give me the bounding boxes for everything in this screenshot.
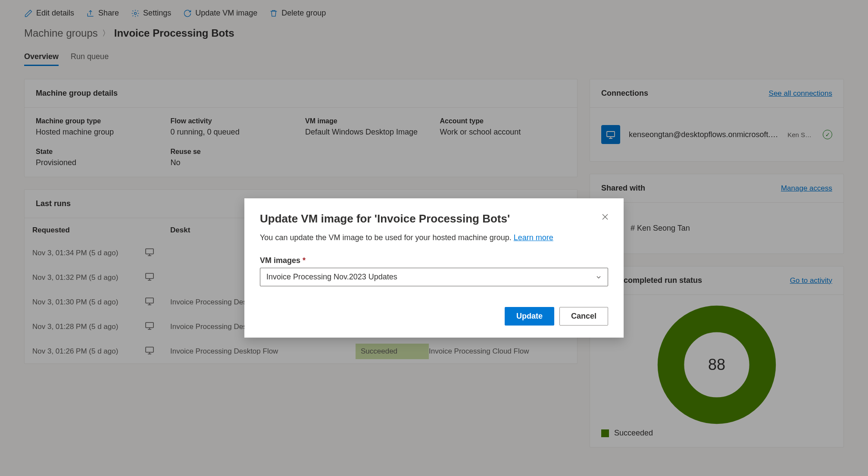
vm-images-selected: Invoice Processing Nov.2023 Updates — [266, 272, 397, 282]
update-vm-modal: Update VM image for 'Invoice Processing … — [244, 198, 624, 338]
learn-more-link[interactable]: Learn more — [514, 233, 553, 242]
modal-description: You can update the VM image to be used f… — [260, 233, 608, 242]
vm-images-select[interactable]: Invoice Processing Nov.2023 Updates — [260, 268, 608, 286]
modal-title: Update VM image for 'Invoice Processing … — [260, 212, 608, 225]
cancel-button[interactable]: Cancel — [559, 307, 608, 326]
vm-images-field-label: VM images * — [260, 256, 608, 265]
update-button[interactable]: Update — [505, 307, 554, 326]
modal-close-button[interactable] — [599, 211, 611, 222]
chevron-down-icon — [596, 274, 602, 280]
modal-overlay[interactable]: Update VM image for 'Invoice Processing … — [0, 0, 868, 476]
close-icon — [602, 213, 609, 220]
